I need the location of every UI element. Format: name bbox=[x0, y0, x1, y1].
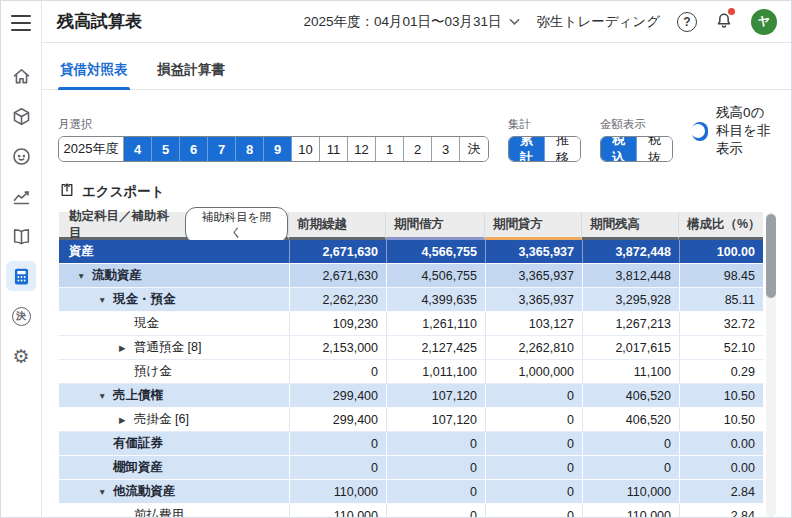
value-cell: 0 bbox=[485, 504, 582, 518]
month-cell-決[interactable]: 決 bbox=[460, 137, 488, 161]
notifications-button[interactable] bbox=[714, 10, 734, 34]
table-row[interactable]: ▼現金・預金2,262,2304,399,6353,365,9373,295,9… bbox=[59, 288, 763, 312]
page-title: 残高試算表 bbox=[57, 10, 142, 33]
month-cell-4[interactable]: 4 bbox=[124, 137, 152, 161]
month-cell-11[interactable]: 11 bbox=[320, 137, 348, 161]
support-person-icon bbox=[11, 146, 32, 167]
avatar[interactable]: ヤ bbox=[751, 9, 777, 35]
amount-display-toggle: 税込税抜 bbox=[600, 136, 673, 162]
value-cell: 0 bbox=[289, 360, 386, 383]
table-row[interactable]: ▶普通預金 [8]2,153,0002,127,4252,262,8102,01… bbox=[59, 336, 763, 360]
open-sub-accounts-button[interactable]: 補助科目を開く bbox=[185, 207, 288, 243]
table-row[interactable]: ▶売掛金 [6]299,400107,1200406,52010.50 bbox=[59, 408, 763, 432]
value-cell: 3,295,928 bbox=[582, 288, 679, 311]
filter-bar: 月選択 2025年度 456789101112123決 集計 累計推移 金額表示… bbox=[42, 90, 791, 162]
aggregate-group: 集計 累計推移 bbox=[508, 117, 581, 162]
account-label: 預け金 bbox=[134, 363, 172, 380]
collapse-arrow-icon[interactable]: ▼ bbox=[98, 295, 113, 305]
value-cell: 110,000 bbox=[582, 480, 679, 503]
value-cell: 1,267,213 bbox=[582, 312, 679, 335]
value-cell: 1,261,110 bbox=[386, 312, 485, 335]
month-cell-1[interactable]: 1 bbox=[376, 137, 404, 161]
sidebar-item-support[interactable] bbox=[6, 141, 36, 171]
fiscal-year-cell[interactable]: 2025年度 bbox=[59, 137, 124, 161]
column-header-opening-balance: 前期繰越 bbox=[289, 212, 386, 240]
table-row[interactable]: 資産2,671,6304,566,7553,365,9373,872,44810… bbox=[59, 240, 763, 264]
expand-arrow-icon[interactable]: ▶ bbox=[119, 415, 134, 425]
value-cell: 2,262,810 bbox=[485, 336, 582, 359]
company-name[interactable]: 弥生トレーディング bbox=[537, 13, 660, 31]
value-cell: 299,400 bbox=[289, 384, 386, 407]
table-row[interactable]: 有価証券00000.00 bbox=[59, 432, 763, 456]
account-label: 売上債権 bbox=[113, 387, 163, 404]
month-cell-7[interactable]: 7 bbox=[208, 137, 236, 161]
table-row[interactable]: ▼他流動資産110,00000110,0002.84 bbox=[59, 480, 763, 504]
export-button[interactable]: エクスポート bbox=[59, 182, 165, 201]
value-cell: 0.29 bbox=[679, 360, 763, 383]
month-cell-9[interactable]: 9 bbox=[264, 137, 292, 161]
value-cell: 0 bbox=[289, 432, 386, 455]
value-cell: 110,000 bbox=[289, 504, 386, 518]
value-cell: 0 bbox=[485, 408, 582, 431]
value-cell: 0 bbox=[485, 384, 582, 407]
expand-arrow-icon[interactable]: ▶ bbox=[119, 343, 134, 353]
value-cell: 2,671,630 bbox=[289, 264, 386, 287]
month-cell-3[interactable]: 3 bbox=[432, 137, 460, 161]
help-button[interactable]: ? bbox=[677, 12, 697, 32]
account-cell: ▼現金・預金 bbox=[59, 288, 289, 311]
month-cell-6[interactable]: 6 bbox=[180, 137, 208, 161]
column-header-account: 勘定科目／補助科目 補助科目を開く bbox=[59, 212, 289, 240]
sidebar-item-home[interactable] bbox=[6, 61, 36, 91]
scrollbar-thumb[interactable] bbox=[766, 214, 776, 298]
sidebar-item-settings[interactable]: ⚙ bbox=[6, 341, 36, 371]
aggregate-option-0[interactable]: 累計 bbox=[509, 137, 545, 161]
sidebar-item-settlement[interactable]: 決 bbox=[6, 301, 36, 331]
topbar: 残高試算表 2025年度：04月01日〜03月31日 弥生トレーディング ? bbox=[42, 1, 791, 43]
collapse-arrow-icon[interactable]: ▼ bbox=[77, 271, 92, 281]
fiscal-period-selector[interactable]: 2025年度：04月01日〜03月31日 bbox=[303, 13, 519, 31]
collapse-arrow-icon[interactable]: ▼ bbox=[98, 487, 113, 497]
value-cell: 4,566,755 bbox=[386, 240, 485, 263]
account-label: 資産 bbox=[69, 243, 94, 260]
value-cell: 0 bbox=[485, 432, 582, 455]
zero-balance-toggle-label: 残高0の科目を非表示 bbox=[716, 104, 775, 158]
table-row[interactable]: ▼流動資産2,671,6304,506,7553,365,9373,812,44… bbox=[59, 264, 763, 288]
value-cell: 109,230 bbox=[289, 312, 386, 335]
sidebar-item-trial-balance[interactable] bbox=[6, 261, 36, 291]
tab-profit-loss[interactable]: 損益計算書 bbox=[156, 57, 228, 89]
table-row[interactable]: 現金109,2301,261,110103,1271,267,21332.72 bbox=[59, 312, 763, 336]
sidebar-item-reports[interactable] bbox=[6, 181, 36, 211]
notification-badge bbox=[728, 8, 735, 15]
value-cell: 4,399,635 bbox=[386, 288, 485, 311]
zero-balance-toggle[interactable] bbox=[692, 122, 708, 141]
month-cell-10[interactable]: 10 bbox=[292, 137, 320, 161]
vertical-scrollbar[interactable] bbox=[766, 212, 776, 517]
value-cell: 3,812,448 bbox=[582, 264, 679, 287]
month-cell-5[interactable]: 5 bbox=[152, 137, 180, 161]
aggregate-option-1[interactable]: 推移 bbox=[545, 137, 580, 161]
sidebar-item-ledger[interactable] bbox=[6, 221, 36, 251]
toggle-knob bbox=[691, 124, 705, 138]
month-cell-2[interactable]: 2 bbox=[404, 137, 432, 161]
hamburger-menu-icon[interactable] bbox=[11, 15, 31, 31]
table-row[interactable]: 前払費用110,00000110,0002.84 bbox=[59, 504, 763, 518]
account-cell: 前払費用 bbox=[59, 504, 289, 518]
table-row[interactable]: 棚卸資産00000.00 bbox=[59, 456, 763, 480]
table-row[interactable]: ▼売上債権299,400107,1200406,52010.50 bbox=[59, 384, 763, 408]
open-book-icon bbox=[11, 226, 32, 247]
amount-option-0[interactable]: 税込 bbox=[601, 137, 637, 161]
value-cell: 100.00 bbox=[679, 240, 763, 263]
month-select-group: 月選択 2025年度 456789101112123決 bbox=[58, 117, 489, 162]
sidebar-item-package[interactable] bbox=[6, 101, 36, 131]
amount-option-1[interactable]: 税抜 bbox=[637, 137, 672, 161]
collapse-arrow-icon[interactable]: ▼ bbox=[98, 391, 113, 401]
value-cell: 3,365,937 bbox=[485, 240, 582, 263]
month-cell-12[interactable]: 12 bbox=[348, 137, 376, 161]
month-select-label: 月選択 bbox=[58, 117, 489, 132]
table-row[interactable]: 預け金01,011,1001,000,00011,1000.29 bbox=[59, 360, 763, 384]
value-cell: 110,000 bbox=[289, 480, 386, 503]
value-cell: 10.50 bbox=[679, 408, 763, 431]
month-cell-8[interactable]: 8 bbox=[236, 137, 264, 161]
tab-balance-sheet[interactable]: 貸借対照表 bbox=[58, 57, 130, 89]
month-selector: 2025年度 456789101112123決 bbox=[58, 136, 489, 162]
